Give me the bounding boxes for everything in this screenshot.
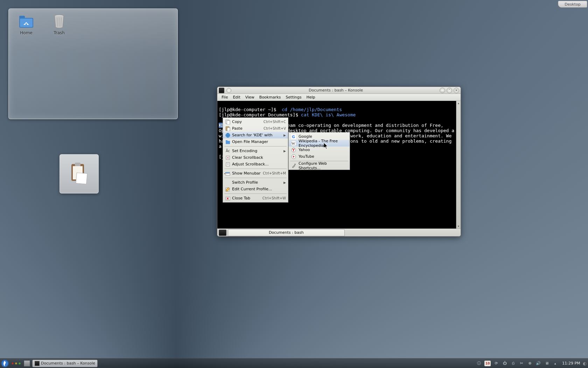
activity-3[interactable] bbox=[18, 362, 21, 365]
svg-rect-18 bbox=[226, 140, 227, 141]
tray-volume-icon[interactable]: 🔊 bbox=[536, 361, 541, 366]
submenu-configure-shortcuts[interactable]: Configure Web Shortcuts... bbox=[289, 162, 350, 169]
submenu-arrow-icon: ▶ bbox=[284, 181, 286, 184]
show-desktop-button[interactable] bbox=[24, 360, 30, 367]
ctx-search-for[interactable]: Search for 'KDE' with ▶ bbox=[223, 132, 288, 138]
svg-text:Y: Y bbox=[292, 148, 295, 152]
clipboard-widget[interactable] bbox=[59, 154, 99, 193]
ctx-close-tab[interactable]: Close Tab Ctrl+Shift+W bbox=[223, 195, 288, 202]
youtube-favicon bbox=[291, 154, 296, 159]
tray-network-icon[interactable]: ⊕ bbox=[527, 361, 533, 366]
desktop-icon-trash-label: Trash bbox=[54, 30, 65, 35]
window-pin-button[interactable] bbox=[226, 88, 231, 93]
encoding-icon: Äc bbox=[225, 148, 231, 154]
tray-power-icon[interactable]: ⏻ bbox=[502, 361, 507, 366]
submenu-arrow-icon: ▶ bbox=[284, 149, 286, 153]
menu-file[interactable]: File bbox=[219, 94, 230, 100]
tray-info-icon[interactable]: ⓘ bbox=[476, 361, 482, 366]
window-close-button[interactable]: ✕ bbox=[454, 88, 459, 93]
svg-rect-1 bbox=[19, 16, 25, 19]
ctx-separator bbox=[224, 178, 287, 178]
menubar-icon bbox=[225, 171, 231, 176]
close-tab-icon bbox=[225, 196, 231, 201]
ctx-separator bbox=[224, 146, 287, 146]
ctx-paste[interactable]: Paste Ctrl+Shift+V bbox=[223, 125, 288, 132]
folderview-widget[interactable]: Home Trash bbox=[8, 8, 178, 119]
file-manager-icon bbox=[225, 139, 231, 145]
ctx-set-encoding[interactable]: Äc Set Encoding ▶ bbox=[223, 148, 288, 154]
menu-view[interactable]: View bbox=[243, 94, 257, 100]
desktop-icon-home[interactable]: Home bbox=[14, 14, 39, 35]
tray-klipper-icon[interactable]: ✂ bbox=[519, 361, 524, 366]
konsole-context-menu[interactable]: Copy Ctrl+Shift+C Paste Ctrl+Shift+V Sea… bbox=[223, 117, 288, 203]
tray-device-notifier-icon[interactable]: 🖥 bbox=[544, 361, 550, 366]
desktop-icon-home-label: Home bbox=[20, 30, 32, 35]
adjust-icon bbox=[225, 162, 231, 167]
yahoo-favicon: Y bbox=[291, 147, 296, 153]
tray-calendar-icon[interactable]: 10 bbox=[484, 361, 491, 366]
svg-text:W: W bbox=[292, 141, 295, 145]
menu-help[interactable]: Help bbox=[304, 94, 317, 100]
new-tab-button[interactable] bbox=[219, 230, 226, 236]
window-title: Documents : bash – Konsole bbox=[232, 88, 440, 93]
search-submenu[interactable]: G Google W Wikipedia - The Free Encyclop… bbox=[288, 132, 350, 170]
window-app-icon bbox=[219, 88, 224, 93]
scrollbar-down-arrow[interactable]: ▾ bbox=[456, 224, 461, 229]
menu-bookmarks[interactable]: Bookmarks bbox=[257, 94, 283, 100]
svg-rect-26 bbox=[226, 173, 230, 175]
ctx-edit-profile[interactable]: Edit Current Profile... bbox=[223, 186, 288, 192]
trash-icon bbox=[51, 14, 68, 29]
ctx-clear-scrollback[interactable]: Clear Scrollback bbox=[223, 154, 288, 161]
scrollbar-up-arrow[interactable]: ▴ bbox=[456, 101, 461, 105]
activity-pager[interactable] bbox=[11, 362, 21, 365]
ctx-open-file-manager[interactable]: Open File Manager bbox=[223, 138, 288, 145]
tray-expand-arrow[interactable]: ▴ bbox=[552, 361, 558, 366]
desktop-icon-trash[interactable]: Trash bbox=[47, 14, 72, 35]
system-tray[interactable]: ⓘ 10 ⟳ ⏻ ⎙ ✂ ⊕ 🔊 🖥 ▴ bbox=[476, 361, 558, 366]
konsole-tab-documents[interactable]: Documents : bash bbox=[228, 229, 345, 236]
ctx-copy[interactable]: Copy Ctrl+Shift+C bbox=[223, 118, 288, 125]
svg-text:G: G bbox=[292, 135, 295, 139]
svg-rect-25 bbox=[226, 172, 230, 173]
window-titlebar[interactable]: Documents : bash – Konsole ‿ ˄ ✕ bbox=[217, 87, 461, 94]
svg-rect-11 bbox=[76, 173, 88, 184]
edit-icon bbox=[225, 186, 231, 192]
tray-printer-icon[interactable]: ⎙ bbox=[510, 361, 516, 366]
svg-rect-15 bbox=[227, 128, 230, 131]
ctx-adjust-scrollback[interactable]: Adjust Scrollback... bbox=[223, 161, 288, 168]
activity-2[interactable] bbox=[15, 362, 18, 365]
taskbar-entry-konsole[interactable]: Documents : bash – Konsole bbox=[32, 360, 98, 367]
konsole-tabbar[interactable]: Documents : bash bbox=[217, 229, 461, 236]
desktop-toolbox-cashew[interactable]: Desktop bbox=[558, 1, 587, 8]
kickoff-menu-button[interactable] bbox=[0, 359, 10, 368]
activity-1[interactable] bbox=[11, 362, 14, 365]
konsole-menubar[interactable]: File Edit View Bookmarks Settings Help bbox=[217, 94, 461, 101]
ctx-separator bbox=[224, 193, 287, 194]
configure-icon bbox=[291, 163, 296, 169]
svg-rect-3 bbox=[26, 23, 27, 25]
window-minimize-button[interactable]: ‿ bbox=[440, 88, 445, 93]
panel-toolbox-cashew[interactable]: ◐ bbox=[583, 361, 587, 366]
menu-edit[interactable]: Edit bbox=[231, 94, 242, 100]
ctx-show-menubar[interactable]: ✓ Show Menubar Ctrl+Shift+M bbox=[223, 170, 288, 177]
panel-taskbar[interactable]: Documents : bash – Konsole ⓘ 10 ⟳ ⏻ ⎙ ✂ … bbox=[0, 358, 588, 368]
wikipedia-favicon: W bbox=[291, 141, 296, 146]
svg-rect-17 bbox=[226, 141, 230, 144]
window-maximize-button[interactable]: ˄ bbox=[447, 88, 452, 93]
copy-icon bbox=[225, 119, 231, 125]
panel-clock[interactable]: 11:29 PM bbox=[562, 361, 580, 366]
menu-settings[interactable]: Settings bbox=[284, 94, 303, 100]
svg-rect-10 bbox=[75, 163, 80, 166]
terminal-scrollbar[interactable]: ▴ ▾ bbox=[456, 101, 461, 229]
ctx-separator bbox=[224, 169, 287, 169]
google-favicon: G bbox=[291, 134, 296, 139]
ctx-switch-profile[interactable]: Switch Profile ▶ bbox=[223, 179, 288, 186]
submenu-wikipedia[interactable]: W Wikipedia - The Free Encyclopedia bbox=[289, 140, 350, 146]
scrollbar-track[interactable] bbox=[456, 105, 461, 224]
submenu-arrow-icon: ▶ bbox=[284, 134, 286, 137]
svg-point-38 bbox=[294, 164, 296, 165]
tray-updates-icon[interactable]: ⟳ bbox=[493, 361, 499, 366]
submenu-youtube[interactable]: YouTube bbox=[289, 153, 350, 160]
svg-rect-22 bbox=[226, 163, 230, 166]
submenu-yahoo[interactable]: Y Yahoo bbox=[289, 146, 350, 153]
